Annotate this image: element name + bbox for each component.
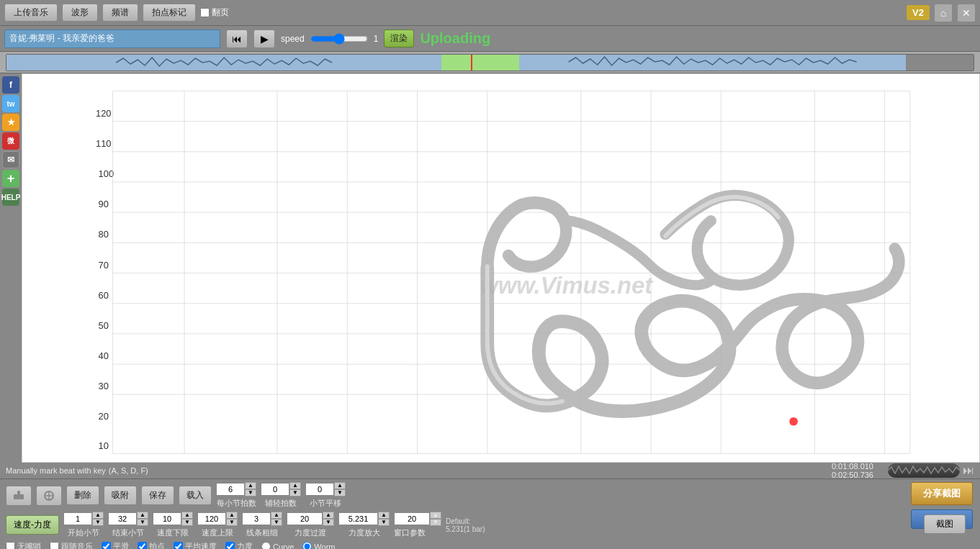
speed-lower-group: ▲ ▼ 速度下限 bbox=[153, 512, 193, 538]
home-icon-button[interactable]: ⌂ bbox=[934, 4, 953, 22]
svg-text:13: 13 bbox=[345, 460, 355, 462]
force-checkbox[interactable]: 力度 bbox=[225, 541, 253, 549]
weibo-icon[interactable]: 微 bbox=[2, 132, 19, 150]
facebook-icon[interactable]: f bbox=[2, 76, 19, 94]
move-button[interactable] bbox=[36, 486, 62, 506]
loop-button[interactable]: 渲染 bbox=[384, 30, 414, 47]
default-value: 5.231(1 bar) bbox=[446, 525, 485, 533]
line-width-down[interactable]: ▼ bbox=[271, 519, 282, 526]
flip-checkbox-input[interactable] bbox=[200, 8, 210, 17]
beat-point-checkbox[interactable]: 拍点 bbox=[138, 541, 165, 549]
speed-upper-up[interactable]: ▲ bbox=[226, 512, 238, 519]
play-button[interactable]: ▶ bbox=[253, 30, 275, 48]
smooth-checkbox[interactable]: 平滑 bbox=[102, 541, 129, 549]
star-icon[interactable]: ★ bbox=[2, 114, 19, 131]
frequency-button[interactable]: 频谱 bbox=[102, 4, 138, 22]
line-width-input[interactable] bbox=[242, 512, 271, 525]
svg-text:47: 47 bbox=[907, 460, 917, 462]
force-amp-down[interactable]: ▼ bbox=[378, 519, 390, 526]
main-content: f tw ★ 微 ✉ + HELP 10 20 30 40 50 60 70 8… bbox=[0, 73, 980, 463]
mail-icon[interactable]: ✉ bbox=[2, 151, 19, 168]
worm-radio[interactable]: Worm bbox=[302, 542, 335, 549]
force-amp-label: 力度放大 bbox=[349, 527, 380, 538]
speed-label: speed bbox=[281, 34, 305, 44]
svg-text:9: 9 bbox=[274, 460, 279, 462]
start-bar-group: ▲ ▼ 开始小节 bbox=[63, 512, 104, 538]
speed-upper-input[interactable] bbox=[197, 512, 226, 525]
window-param-down[interactable]: ▼ bbox=[430, 519, 441, 526]
speed-slider[interactable] bbox=[310, 33, 368, 45]
svg-text:40: 40 bbox=[99, 350, 109, 361]
delete-button[interactable]: 删除 bbox=[66, 486, 99, 505]
bar-shift-input[interactable] bbox=[305, 483, 334, 496]
svg-text:43: 43 bbox=[882, 460, 892, 462]
curve-radio[interactable]: Curve bbox=[261, 542, 294, 549]
bar-shift-down[interactable]: ▼ bbox=[334, 489, 346, 496]
chart-area: 10 20 30 40 50 60 70 80 90 100 110 120 bbox=[22, 73, 980, 463]
force-smooth-input[interactable] bbox=[287, 512, 323, 525]
speed-upper-down[interactable]: ▼ bbox=[226, 519, 238, 526]
close-icon-button[interactable]: ✕ bbox=[957, 4, 976, 22]
bar-shift-up[interactable]: ▲ bbox=[334, 482, 346, 489]
waveform-selection bbox=[441, 55, 518, 71]
end-bar-up[interactable]: ▲ bbox=[137, 512, 148, 519]
force-smooth-up[interactable]: ▲ bbox=[323, 512, 334, 519]
beat-button[interactable]: 拍点标记 bbox=[143, 4, 196, 22]
svg-text:4: 4 bbox=[182, 460, 187, 462]
share-screenshot-button[interactable]: 分享截图 bbox=[911, 482, 973, 505]
erase-button[interactable] bbox=[6, 486, 32, 506]
force-smooth-group: ▲ ▼ 力度过渡 bbox=[287, 512, 334, 538]
absorb-button[interactable]: 吸附 bbox=[104, 486, 137, 505]
svg-rect-51 bbox=[14, 494, 24, 499]
speed-lower-up[interactable]: ▲ bbox=[181, 512, 193, 519]
flip-checkbox-label[interactable]: 翻页 bbox=[200, 6, 229, 19]
speed-lower-input[interactable] bbox=[153, 512, 181, 525]
end-bar-down[interactable]: ▼ bbox=[137, 519, 148, 526]
waveform-scroll-right[interactable]: ⏭ bbox=[963, 464, 974, 477]
waveform-mini-icon bbox=[888, 463, 960, 478]
start-bar-down[interactable]: ▼ bbox=[92, 519, 104, 526]
line-width-up[interactable]: ▲ bbox=[271, 512, 282, 519]
force-smooth-down[interactable]: ▼ bbox=[323, 519, 334, 526]
save-button[interactable]: 保存 bbox=[141, 486, 174, 505]
prev-button[interactable]: ⏮ bbox=[226, 30, 248, 48]
second-toolbar: ⏮ ▶ speed 1 渲染 Uploading bbox=[0, 26, 980, 52]
force-amp-input[interactable] bbox=[338, 512, 378, 525]
beats-per-bar-down[interactable]: ▼ bbox=[245, 489, 256, 496]
force-amp-up[interactable]: ▲ bbox=[378, 512, 390, 519]
song-title-input[interactable] bbox=[4, 30, 220, 48]
start-bar-up[interactable]: ▲ bbox=[92, 512, 104, 519]
start-bar-input[interactable] bbox=[63, 512, 92, 525]
control-row2: 速度-力度 ▲ ▼ 开始小节 ▲ ▼ 结束小节 bbox=[6, 512, 974, 538]
embed-button[interactable]: 载入 bbox=[179, 486, 212, 505]
window-param-up[interactable]: ▲ bbox=[430, 512, 441, 519]
follow-music-checkbox[interactable]: 跟随音乐 bbox=[50, 541, 93, 549]
beats-per-bar-up[interactable]: ▲ bbox=[245, 482, 256, 489]
svg-text:34: 34 bbox=[719, 460, 729, 462]
window-param-input[interactable] bbox=[394, 512, 430, 525]
end-bar-input[interactable] bbox=[108, 512, 137, 525]
no-whistle-checkbox[interactable]: 无嘴哨 bbox=[6, 541, 41, 549]
waveform-cursor bbox=[471, 55, 472, 71]
avg-speed-checkbox[interactable]: 平均速度 bbox=[174, 541, 217, 549]
subdivision-input[interactable] bbox=[261, 483, 289, 496]
uploading-status: Uploading bbox=[420, 30, 490, 47]
right-action-panel: 截图 分享截图 应用 bbox=[911, 482, 973, 529]
subdivision-down[interactable]: ▼ bbox=[289, 489, 301, 496]
subdivision-up[interactable]: ▲ bbox=[289, 482, 301, 489]
jietubutton[interactable]: 截图 bbox=[924, 514, 966, 534]
line-width-group: ▲ ▼ 线条粗细 bbox=[242, 512, 282, 538]
help-icon[interactable]: HELP bbox=[2, 189, 19, 206]
twitter-icon[interactable]: tw bbox=[2, 95, 19, 112]
waveform-button[interactable]: 波形 bbox=[62, 4, 98, 22]
plus-icon[interactable]: + bbox=[2, 170, 19, 187]
upload-music-button[interactable]: 上传音乐 bbox=[4, 4, 58, 22]
svg-text:30: 30 bbox=[649, 460, 659, 462]
v2-button[interactable]: V2 bbox=[907, 5, 930, 20]
beats-per-bar-input[interactable] bbox=[216, 483, 245, 496]
speed-value: 1 bbox=[374, 34, 379, 44]
status-bar: Manually mark beat with key (A, S, D, F)… bbox=[0, 463, 980, 478]
speed-force-button[interactable]: 速度-力度 bbox=[6, 515, 59, 535]
waveform-container[interactable] bbox=[6, 54, 974, 71]
speed-lower-down[interactable]: ▼ bbox=[181, 519, 193, 526]
